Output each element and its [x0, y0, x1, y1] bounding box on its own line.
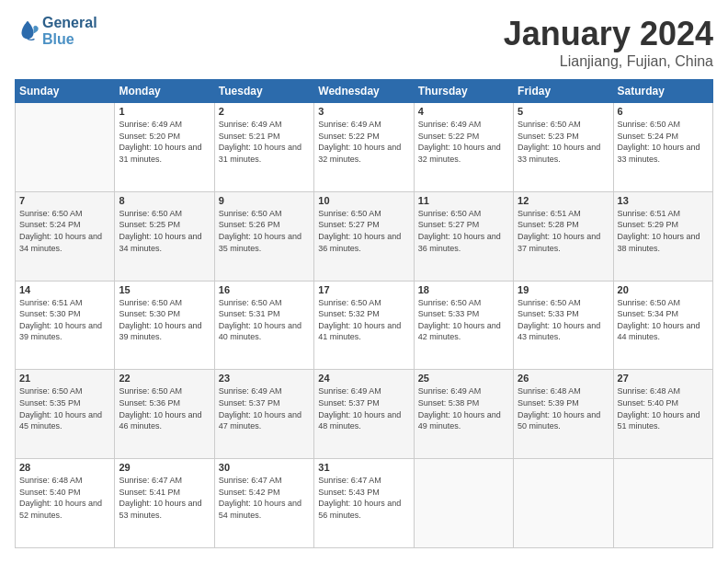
day-info: Sunrise: 6:49 AMSunset: 5:38 PMDaylight:…	[418, 385, 509, 431]
day-number: 9	[219, 195, 310, 206]
calendar-cell: 28Sunrise: 6:48 AMSunset: 5:40 PMDayligh…	[16, 459, 115, 548]
day-number: 3	[318, 106, 409, 117]
calendar-week-row: 14Sunrise: 6:51 AMSunset: 5:30 PMDayligh…	[16, 281, 713, 370]
calendar-cell: 20Sunrise: 6:50 AMSunset: 5:34 PMDayligh…	[613, 281, 712, 370]
day-info: Sunrise: 6:50 AMSunset: 5:26 PMDaylight:…	[219, 208, 310, 254]
header-wednesday: Wednesday	[314, 80, 414, 103]
day-number: 25	[418, 373, 509, 384]
calendar-cell: 17Sunrise: 6:50 AMSunset: 5:32 PMDayligh…	[314, 281, 414, 370]
day-number: 4	[418, 106, 509, 117]
day-info: Sunrise: 6:49 AMSunset: 5:22 PMDaylight:…	[418, 119, 509, 165]
day-number: 28	[19, 462, 110, 473]
day-info: Sunrise: 6:50 AMSunset: 5:27 PMDaylight:…	[418, 208, 509, 254]
logo-icon	[15, 18, 40, 44]
calendar-cell: 1Sunrise: 6:49 AMSunset: 5:20 PMDaylight…	[115, 103, 214, 192]
calendar-header: General Blue January 2024 Lianjiang, Fuj…	[15, 15, 713, 70]
day-info: Sunrise: 6:50 AMSunset: 5:24 PMDaylight:…	[19, 208, 110, 254]
day-number: 11	[418, 195, 509, 206]
day-info: Sunrise: 6:49 AMSunset: 5:22 PMDaylight:…	[318, 119, 409, 165]
day-info: Sunrise: 6:50 AMSunset: 5:33 PMDaylight:…	[418, 297, 509, 343]
day-info: Sunrise: 6:50 AMSunset: 5:34 PMDaylight:…	[618, 297, 709, 343]
calendar-cell: 23Sunrise: 6:49 AMSunset: 5:37 PMDayligh…	[214, 370, 313, 459]
day-number: 30	[219, 462, 310, 473]
calendar-cell: 30Sunrise: 6:47 AMSunset: 5:42 PMDayligh…	[214, 459, 313, 548]
day-number: 21	[19, 373, 110, 384]
day-number: 29	[119, 462, 210, 473]
calendar-cell: 18Sunrise: 6:50 AMSunset: 5:33 PMDayligh…	[414, 281, 513, 370]
day-number: 24	[318, 373, 409, 384]
calendar-table: Sunday Monday Tuesday Wednesday Thursday…	[15, 79, 713, 548]
logo: General Blue	[15, 15, 97, 47]
weekday-header-row: Sunday Monday Tuesday Wednesday Thursday…	[16, 80, 713, 103]
calendar-cell	[613, 459, 712, 548]
day-number: 18	[418, 284, 509, 295]
day-number: 17	[318, 284, 409, 295]
day-number: 27	[618, 373, 709, 384]
day-info: Sunrise: 6:50 AMSunset: 5:35 PMDaylight:…	[19, 385, 110, 431]
day-info: Sunrise: 6:47 AMSunset: 5:41 PMDaylight:…	[119, 475, 210, 521]
day-info: Sunrise: 6:50 AMSunset: 5:30 PMDaylight:…	[119, 297, 210, 343]
header-monday: Monday	[115, 80, 214, 103]
calendar-cell: 11Sunrise: 6:50 AMSunset: 5:27 PMDayligh…	[414, 191, 513, 281]
day-info: Sunrise: 6:49 AMSunset: 5:37 PMDaylight:…	[318, 385, 409, 431]
calendar-cell: 19Sunrise: 6:50 AMSunset: 5:33 PMDayligh…	[514, 281, 613, 370]
calendar-cell	[514, 459, 613, 548]
month-title: January 2024	[504, 15, 713, 53]
day-number: 6	[618, 106, 709, 117]
calendar-cell: 27Sunrise: 6:48 AMSunset: 5:40 PMDayligh…	[613, 370, 712, 459]
day-number: 2	[219, 106, 310, 117]
day-number: 16	[219, 284, 310, 295]
calendar-cell: 24Sunrise: 6:49 AMSunset: 5:37 PMDayligh…	[314, 370, 414, 459]
calendar-cell: 10Sunrise: 6:50 AMSunset: 5:27 PMDayligh…	[314, 191, 414, 281]
day-number: 23	[219, 373, 310, 384]
day-info: Sunrise: 6:48 AMSunset: 5:40 PMDaylight:…	[19, 475, 110, 521]
calendar-cell: 12Sunrise: 6:51 AMSunset: 5:28 PMDayligh…	[514, 191, 613, 281]
calendar-cell: 5Sunrise: 6:50 AMSunset: 5:23 PMDaylight…	[514, 103, 613, 192]
day-info: Sunrise: 6:48 AMSunset: 5:40 PMDaylight:…	[618, 385, 709, 431]
header-tuesday: Tuesday	[214, 80, 313, 103]
day-number: 31	[318, 462, 409, 473]
day-number: 26	[518, 373, 609, 384]
day-info: Sunrise: 6:48 AMSunset: 5:39 PMDaylight:…	[518, 385, 609, 431]
header-sunday: Sunday	[16, 80, 115, 103]
header-friday: Friday	[514, 80, 613, 103]
calendar-cell: 6Sunrise: 6:50 AMSunset: 5:24 PMDaylight…	[613, 103, 712, 192]
calendar-cell: 13Sunrise: 6:51 AMSunset: 5:29 PMDayligh…	[613, 191, 712, 281]
calendar-cell: 7Sunrise: 6:50 AMSunset: 5:24 PMDaylight…	[16, 191, 115, 281]
calendar-cell	[414, 459, 513, 548]
calendar-cell: 3Sunrise: 6:49 AMSunset: 5:22 PMDaylight…	[314, 103, 414, 192]
day-info: Sunrise: 6:51 AMSunset: 5:28 PMDaylight:…	[518, 208, 609, 254]
calendar-cell: 2Sunrise: 6:49 AMSunset: 5:21 PMDaylight…	[214, 103, 313, 192]
header-saturday: Saturday	[613, 80, 712, 103]
calendar-cell: 21Sunrise: 6:50 AMSunset: 5:35 PMDayligh…	[16, 370, 115, 459]
day-info: Sunrise: 6:50 AMSunset: 5:25 PMDaylight:…	[119, 208, 210, 254]
calendar-cell: 4Sunrise: 6:49 AMSunset: 5:22 PMDaylight…	[414, 103, 513, 192]
day-number: 19	[518, 284, 609, 295]
calendar-week-row: 28Sunrise: 6:48 AMSunset: 5:40 PMDayligh…	[16, 459, 713, 548]
logo-text: General Blue	[42, 15, 97, 47]
day-number: 22	[119, 373, 210, 384]
day-info: Sunrise: 6:50 AMSunset: 5:31 PMDaylight:…	[219, 297, 310, 343]
day-info: Sunrise: 6:49 AMSunset: 5:37 PMDaylight:…	[219, 385, 310, 431]
calendar-week-row: 21Sunrise: 6:50 AMSunset: 5:35 PMDayligh…	[16, 370, 713, 459]
calendar-cell: 31Sunrise: 6:47 AMSunset: 5:43 PMDayligh…	[314, 459, 414, 548]
day-number: 1	[119, 106, 210, 117]
day-number: 15	[119, 284, 210, 295]
day-info: Sunrise: 6:50 AMSunset: 5:23 PMDaylight:…	[518, 119, 609, 165]
header-thursday: Thursday	[414, 80, 513, 103]
calendar-cell: 22Sunrise: 6:50 AMSunset: 5:36 PMDayligh…	[115, 370, 214, 459]
calendar-page: General Blue January 2024 Lianjiang, Fuj…	[0, 0, 728, 563]
day-info: Sunrise: 6:50 AMSunset: 5:33 PMDaylight:…	[518, 297, 609, 343]
day-info: Sunrise: 6:50 AMSunset: 5:24 PMDaylight:…	[618, 119, 709, 165]
day-info: Sunrise: 6:47 AMSunset: 5:42 PMDaylight:…	[219, 475, 310, 521]
day-info: Sunrise: 6:51 AMSunset: 5:29 PMDaylight:…	[618, 208, 709, 254]
day-info: Sunrise: 6:51 AMSunset: 5:30 PMDaylight:…	[19, 297, 110, 343]
calendar-cell: 16Sunrise: 6:50 AMSunset: 5:31 PMDayligh…	[214, 281, 313, 370]
calendar-cell	[16, 103, 115, 192]
calendar-cell: 14Sunrise: 6:51 AMSunset: 5:30 PMDayligh…	[16, 281, 115, 370]
calendar-cell: 9Sunrise: 6:50 AMSunset: 5:26 PMDaylight…	[214, 191, 313, 281]
day-number: 5	[518, 106, 609, 117]
calendar-cell: 8Sunrise: 6:50 AMSunset: 5:25 PMDaylight…	[115, 191, 214, 281]
day-number: 20	[618, 284, 709, 295]
calendar-week-row: 1Sunrise: 6:49 AMSunset: 5:20 PMDaylight…	[16, 103, 713, 192]
